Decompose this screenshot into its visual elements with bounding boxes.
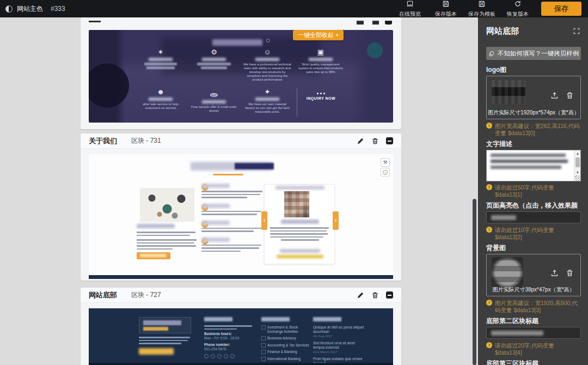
save-icon: [442, 0, 450, 10]
service-link[interactable]: Business Advisory: [261, 336, 311, 340]
quality-icon: ▣: [297, 48, 345, 56]
banner-feature: FREE Free sample offer & small order acc…: [190, 88, 238, 117]
warning-dot-icon: [486, 300, 492, 306]
service-link[interactable]: International Banking: [261, 357, 311, 361]
third-block-field-label: 底部第三区块标题: [486, 359, 580, 365]
second-block-title-input[interactable]: [486, 327, 581, 339]
canvas-scrollbar[interactable]: [472, 17, 476, 365]
trash-icon[interactable]: [566, 92, 574, 102]
scroll-down-icon[interactable]: ▼: [574, 170, 581, 175]
banner-feature: ☺ We have a professional technical team …: [243, 48, 291, 82]
facebook-icon[interactable]: [204, 354, 209, 358]
about-bullet-list: ✓ ✓ ✓ ✓: [201, 182, 266, 257]
team-icon: ☺: [243, 48, 291, 56]
clipped-delete-icon[interactable]: [372, 21, 379, 25]
edit-icon[interactable]: [357, 291, 364, 299]
news-title[interactable]: Quisque at nibh ac purus aliquet accumsa…: [313, 325, 365, 333]
inquiry-now-link[interactable]: INQUIRY NOW: [297, 88, 345, 117]
blurred-footer-button[interactable]: [139, 348, 174, 355]
copy-sample-button[interactable]: 不知如何填写？一键拷贝样例: [486, 47, 581, 60]
site-color-value: #333: [51, 5, 65, 13]
banner-feature: ☻ after sale service to help customers n…: [137, 88, 185, 117]
copy-icon: [488, 51, 494, 57]
delete-icon[interactable]: [371, 137, 379, 145]
clipped-collapse-icon[interactable]: [385, 21, 392, 25]
service-link[interactable]: Investment & Stock Exchange Activities: [261, 325, 311, 333]
linkedin-icon[interactable]: [224, 354, 228, 358]
online-preview-button[interactable]: 在线预览: [392, 0, 428, 17]
carousel-next-button[interactable]: ›: [333, 211, 339, 230]
news-title[interactable]: Sed tincidunt urna sit amet tempus euism…: [313, 341, 365, 349]
logo-thumbnail: [492, 80, 525, 104]
footer-news-column: Quisque at nibh ac purus aliquet accumsa…: [313, 317, 365, 365]
collapse-icon[interactable]: [386, 291, 393, 299]
topbar: 网站主色 #333 在线预览 保存版本 保存为模板 恢复版本 保存: [0, 0, 588, 17]
theme-color-icon[interactable]: [5, 5, 13, 13]
medal-icon: ✶: [137, 48, 185, 56]
settings-panel: 网站底部 不知如何填写？一键拷贝样例 logo图 图片实际尺寸1920px*57…: [478, 17, 588, 365]
heading-underline: [213, 174, 243, 175]
scrollbar-thumb[interactable]: [575, 157, 580, 167]
save-button[interactable]: 保存: [541, 2, 581, 16]
about-cta-button[interactable]: [137, 252, 170, 259]
preview-bottom-bar: [89, 275, 393, 279]
highlight-field-label: 页面高亮色（点击，移入效果颜色）: [486, 201, 580, 210]
info-icon[interactable]: i: [381, 168, 390, 177]
save-version-button[interactable]: 保存版本: [428, 0, 464, 17]
about-photo: [140, 188, 194, 222]
resize-handle[interactable]: [575, 175, 580, 181]
site-color-label: 网站主色: [17, 4, 43, 14]
block-id-label: 区块 - 731: [131, 136, 161, 145]
tools-icon[interactable]: ⚒: [381, 158, 390, 167]
banner-feature-grid: ✶ ⚙ ☺ We have a professional: [137, 48, 345, 117]
save-as-template-button[interactable]: 保存为模板: [464, 0, 500, 17]
trash-icon[interactable]: [566, 269, 574, 279]
website-builder-app: 网站主色 #333 在线预览 保存版本 保存为模板 恢复版本 保存: [0, 0, 588, 365]
expand-icon[interactable]: [573, 27, 580, 35]
collapse-icon[interactable]: [386, 137, 393, 144]
scrollbar-thumb[interactable]: [473, 199, 476, 365]
service-link[interactable]: Accounting & Tax Services: [261, 343, 311, 348]
news-date: 21st March 2017: [313, 350, 365, 354]
field-hint: 图片宽高建议：宽262,高116,代码变量 $data13[0]: [486, 123, 580, 137]
google-plus-icon[interactable]: [217, 354, 222, 358]
banner-feature: ✶: [137, 48, 185, 82]
hand-coin-icon: ✦: [243, 88, 291, 96]
carousel-prev-button[interactable]: ‹: [261, 211, 267, 230]
field-hint: 请勿超过10字,代码变量 $data13[2]: [486, 227, 580, 241]
field-hint: 请勿超过20字,代码变量 $data13[4]: [486, 342, 580, 356]
edit-icon[interactable]: [357, 137, 364, 145]
logo-field-label: logo图: [486, 65, 580, 74]
service-link[interactable]: Finance & Banking: [261, 350, 311, 354]
twitter-icon[interactable]: [211, 354, 215, 358]
restore-version-button[interactable]: 恢复版本: [500, 0, 536, 17]
bg-image-field: 图片实际尺寸38px*47px（宽*高）: [486, 254, 581, 296]
person-icon: ☻: [137, 88, 185, 96]
clipped-header-text: [89, 21, 101, 22]
collapse-all-button[interactable]: 一键全部收起 +: [293, 30, 344, 40]
block-id-label: 区块 - 727: [131, 290, 161, 300]
highlight-color-input[interactable]: [486, 211, 581, 223]
footer-logo: [139, 317, 191, 333]
gear-icon: ⚙: [190, 48, 238, 56]
scroll-up-icon[interactable]: ▲: [574, 151, 581, 156]
section-title: 网站底部: [89, 290, 117, 300]
blurred-column-heading: [204, 317, 232, 321]
preview-mini-toolbar: ⚒ i: [381, 158, 390, 177]
instagram-icon[interactable]: [230, 354, 235, 358]
upload-icon[interactable]: [550, 92, 559, 102]
bg-thumbnail: [492, 257, 523, 288]
testimonial-card: [264, 184, 335, 264]
footer-bottom-strip: [89, 363, 393, 365]
upload-icon[interactable]: [550, 269, 559, 279]
clipped-edit-icon[interactable]: [357, 21, 364, 25]
testimonial-portrait: [284, 191, 309, 217]
save-template-icon: [478, 0, 486, 10]
blurred-link[interactable]: [277, 255, 323, 258]
dots-icon: [297, 93, 345, 94]
footer-block-header: 网站底部 区块 - 727: [81, 288, 401, 303]
description-textarea[interactable]: ▲ ▼: [486, 150, 581, 181]
field-hint: 图片宽高建议：宽1920,高500,代码变量 $data13[3]: [486, 300, 580, 314]
trademark-icon: [266, 39, 270, 42]
delete-icon[interactable]: [371, 291, 379, 299]
